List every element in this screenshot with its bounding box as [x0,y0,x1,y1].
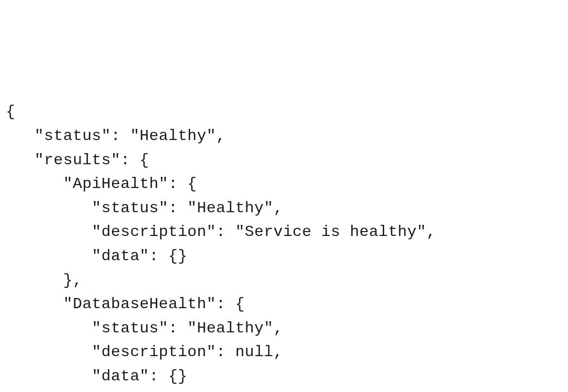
code-line: "description": null, [6,340,562,364]
code-line: { [6,100,562,124]
json-code-block: { "status": "Healthy", "results": { "Api… [6,100,562,392]
code-line: "status": "Healthy", [6,124,562,148]
code-line: "status": "Healthy", [6,196,562,220]
code-line: }, [6,268,562,293]
code-line: "DatabaseHealth": { [6,292,562,316]
code-line: "description": "Service is healthy", [6,220,562,244]
code-line: "ApiHealth": { [6,172,562,196]
code-line: "data": {} [6,244,562,268]
code-line: } [6,389,562,392]
code-line: "results": { [6,148,562,172]
code-line: "data": {} [6,364,562,389]
code-line: "status": "Healthy", [6,316,562,341]
